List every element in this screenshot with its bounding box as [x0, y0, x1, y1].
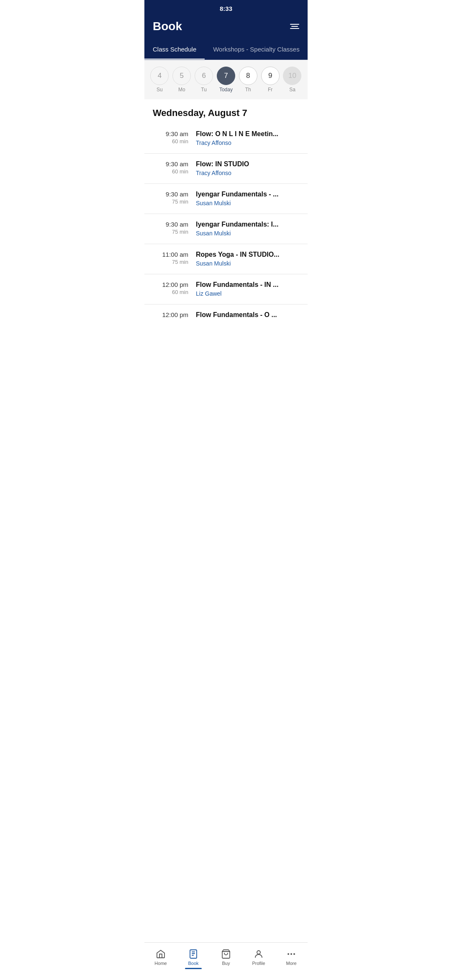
class-instructor-1: Tracy Affonso — [196, 170, 231, 176]
nav-more[interactable]: More — [275, 946, 308, 972]
class-instructor-5: Liz Gawel — [196, 290, 221, 297]
date-number-9: 9 — [261, 67, 280, 85]
tab-class-schedule[interactable]: Class Schedule — [144, 41, 205, 59]
class-name-1: Flow: IN STUDIO — [196, 160, 299, 168]
time-duration-3: 75 min — [153, 229, 188, 235]
class-item-1[interactable]: 9:30 am 60 min Flow: IN STUDIO Tracy Aff… — [144, 154, 308, 184]
date-number-5: 5 — [172, 67, 191, 85]
date-item-4[interactable]: 4 Su — [149, 67, 170, 93]
filter-line-2 — [291, 26, 298, 27]
status-time: 8:33 — [220, 5, 232, 12]
class-name-0: Flow: O N L I N E Meetin... — [196, 130, 299, 138]
nav-buy[interactable]: Buy — [210, 946, 242, 972]
nav-buy-label: Buy — [222, 961, 230, 966]
class-col-4: Ropes Yoga - IN STUDIO... Susan Mulski — [196, 251, 299, 267]
tab-workshops[interactable]: Workshops - Specialty Classes — [205, 41, 308, 59]
date-item-10[interactable]: 10 Sa — [282, 67, 303, 93]
time-col-1: 9:30 am 60 min — [153, 160, 188, 175]
filter-line-3 — [290, 28, 299, 29]
nav-home[interactable]: Home — [144, 946, 177, 972]
nav-book-label: Book — [188, 961, 198, 966]
class-item-2[interactable]: 9:30 am 75 min Iyengar Fundamentals - ..… — [144, 184, 308, 214]
date-number-6: 6 — [195, 67, 213, 85]
date-label-5: Mo — [178, 87, 185, 93]
nav-profile-label: Profile — [252, 961, 265, 966]
date-item-8[interactable]: 8 Th — [238, 67, 259, 93]
nav-home-label: Home — [154, 961, 167, 966]
tabs-container: Class Schedule Workshops - Specialty Cla… — [144, 41, 308, 60]
bottom-nav: Home Book Buy — [144, 942, 308, 980]
nav-more-label: More — [286, 961, 296, 966]
time-main-1: 9:30 am — [153, 160, 188, 168]
time-main-6: 12:00 pm — [153, 311, 188, 318]
time-duration-2: 75 min — [153, 199, 188, 205]
time-main-3: 9:30 am — [153, 221, 188, 228]
buy-icon — [221, 949, 231, 959]
date-number-8: 8 — [239, 67, 257, 85]
class-col-6: Flow Fundamentals - O ... — [196, 311, 299, 320]
nav-book[interactable]: Book — [177, 946, 210, 972]
home-icon — [155, 949, 166, 959]
class-item-0[interactable]: 9:30 am 60 min Flow: O N L I N E Meetin.… — [144, 124, 308, 154]
svg-point-7 — [290, 953, 292, 955]
date-label-10: Sa — [289, 87, 295, 93]
more-icon — [286, 949, 297, 959]
header: Book — [144, 15, 308, 41]
date-label-6: Tu — [201, 87, 207, 93]
date-item-5[interactable]: 5 Mo — [171, 67, 192, 93]
time-main-4: 11:00 am — [153, 251, 188, 258]
time-col-3: 9:30 am 75 min — [153, 221, 188, 235]
class-item-4[interactable]: 11:00 am 75 min Ropes Yoga - IN STUDIO..… — [144, 244, 308, 274]
active-indicator — [185, 968, 202, 969]
book-icon — [188, 949, 199, 959]
svg-rect-0 — [190, 950, 197, 958]
time-duration-0: 60 min — [153, 138, 188, 144]
date-label-7: Today — [219, 87, 233, 93]
class-name-2: Iyengar Fundamentals - ... — [196, 191, 299, 198]
class-item-5[interactable]: 12:00 pm 60 min Flow Fundamentals - IN .… — [144, 274, 308, 304]
time-col-4: 11:00 am 75 min — [153, 251, 188, 265]
svg-point-8 — [293, 953, 295, 955]
class-name-5: Flow Fundamentals - IN ... — [196, 281, 299, 289]
date-label-4: Su — [157, 87, 163, 93]
time-duration-1: 60 min — [153, 168, 188, 175]
svg-point-6 — [288, 953, 289, 955]
class-col-2: Iyengar Fundamentals - ... Susan Mulski — [196, 191, 299, 207]
profile-icon — [253, 949, 264, 959]
class-instructor-0: Tracy Affonso — [196, 139, 231, 146]
date-number-10: 10 — [283, 67, 301, 85]
filter-line-1 — [290, 24, 299, 25]
time-duration-4: 75 min — [153, 259, 188, 265]
schedule-list: 9:30 am 60 min Flow: O N L I N E Meetin.… — [144, 124, 308, 327]
class-name-4: Ropes Yoga - IN STUDIO... — [196, 251, 299, 258]
class-col-3: Iyengar Fundamentals: I... Susan Mulski — [196, 221, 299, 237]
status-bar: 8:33 — [144, 0, 308, 15]
class-item-3[interactable]: 9:30 am 75 min Iyengar Fundamentals: I..… — [144, 214, 308, 244]
class-name-3: Iyengar Fundamentals: I... — [196, 221, 299, 228]
filter-button[interactable] — [290, 24, 299, 29]
date-item-9[interactable]: 9 Fr — [260, 67, 281, 93]
time-col-2: 9:30 am 75 min — [153, 191, 188, 205]
time-main-2: 9:30 am — [153, 191, 188, 198]
nav-profile[interactable]: Profile — [242, 946, 275, 972]
class-item-6[interactable]: 12:00 pm Flow Fundamentals - O ... — [144, 304, 308, 327]
day-heading: Wednesday, August 7 — [144, 99, 308, 124]
date-number-4: 4 — [150, 67, 169, 85]
time-col-5: 12:00 pm 60 min — [153, 281, 188, 295]
class-instructor-4: Susan Mulski — [196, 260, 231, 267]
class-col-5: Flow Fundamentals - IN ... Liz Gawel — [196, 281, 299, 297]
date-item-7[interactable]: 7 Today — [216, 67, 236, 93]
time-main-0: 9:30 am — [153, 130, 188, 137]
class-col-1: Flow: IN STUDIO Tracy Affonso — [196, 160, 299, 177]
header-title: Book — [153, 20, 182, 33]
date-label-8: Th — [245, 87, 251, 93]
time-col-0: 9:30 am 60 min — [153, 130, 188, 144]
class-col-0: Flow: O N L I N E Meetin... Tracy Affons… — [196, 130, 299, 147]
date-number-7: 7 — [217, 67, 235, 85]
svg-point-5 — [257, 951, 260, 954]
class-name-6: Flow Fundamentals - O ... — [196, 311, 299, 319]
date-label-9: Fr — [268, 87, 272, 93]
time-col-6: 12:00 pm — [153, 311, 188, 319]
date-item-6[interactable]: 6 Tu — [193, 67, 214, 93]
time-main-5: 12:00 pm — [153, 281, 188, 288]
